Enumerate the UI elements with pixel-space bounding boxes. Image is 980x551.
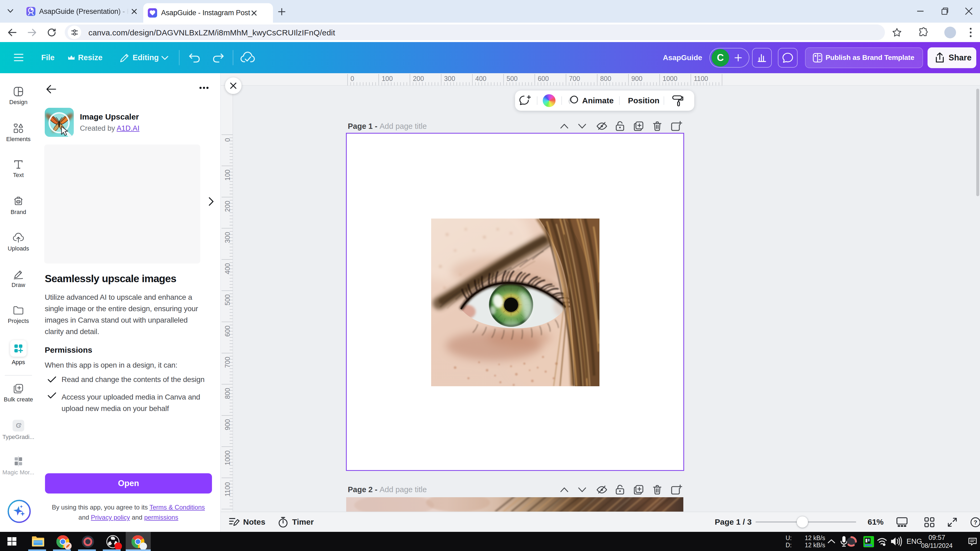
- svg-text:800: 800: [224, 388, 231, 399]
- svg-text:G: G: [16, 422, 21, 429]
- svg-text:900: 900: [632, 75, 643, 82]
- svg-text:100: 100: [224, 170, 231, 181]
- svg-text:500: 500: [224, 294, 231, 306]
- svg-text:600: 600: [224, 326, 231, 337]
- svg-text:1100: 1100: [224, 482, 231, 497]
- svg-text:100: 100: [382, 75, 393, 82]
- svg-text:1100: 1100: [694, 75, 708, 82]
- svg-text:300: 300: [444, 75, 455, 82]
- svg-text:0: 0: [350, 75, 354, 82]
- svg-text:500: 500: [506, 75, 518, 82]
- svg-text:200: 200: [413, 75, 424, 82]
- svg-text:600: 600: [538, 75, 549, 82]
- svg-text:1000: 1000: [224, 450, 231, 465]
- svg-text:?: ?: [974, 519, 977, 526]
- svg-text:700: 700: [224, 357, 231, 368]
- svg-text:co: co: [17, 200, 20, 203]
- svg-text:700: 700: [569, 75, 580, 82]
- svg-text:200: 200: [224, 201, 231, 212]
- svg-text:1000: 1000: [663, 75, 678, 82]
- svg-text:800: 800: [600, 75, 611, 82]
- svg-text:300: 300: [224, 232, 231, 243]
- svg-text:400: 400: [476, 75, 487, 82]
- svg-text:400: 400: [224, 263, 231, 275]
- svg-text:900: 900: [224, 419, 231, 430]
- svg-text:0: 0: [224, 138, 231, 142]
